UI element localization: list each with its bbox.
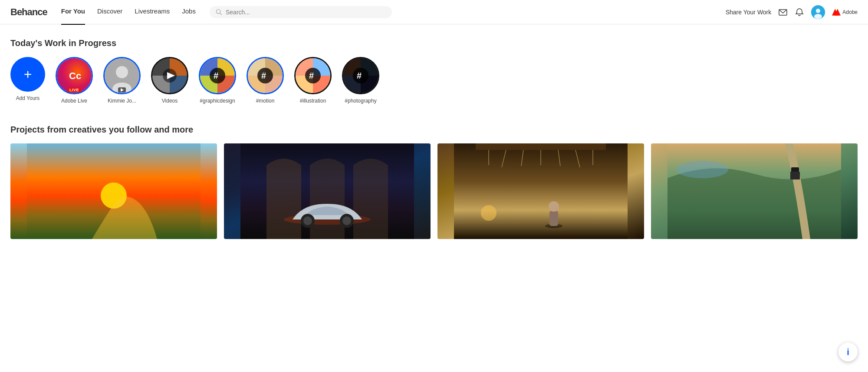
stories-row: + Add Yours Cc LIVE Adobe Live xyxy=(10,57,858,107)
live-badge: LIVE xyxy=(67,87,81,93)
nav-links: For You Discover Livestreams Jobs xyxy=(61,7,196,17)
illustration-wrap: # xyxy=(294,57,332,94)
graphicdesign-ring: # xyxy=(199,57,236,94)
svg-text:#: # xyxy=(357,71,362,80)
photography-collage: # xyxy=(343,58,378,93)
svg-point-55 xyxy=(303,216,312,225)
photography-circle: # xyxy=(343,58,378,93)
project-card-car[interactable] xyxy=(224,143,431,239)
search-icon xyxy=(216,9,222,16)
add-yours-circle-wrap: + xyxy=(10,57,45,92)
svg-point-4 xyxy=(816,9,820,13)
graphicdesign-label: #graphicdesign xyxy=(200,98,235,104)
svg-line-1 xyxy=(220,13,222,15)
illustration-label: #illustration xyxy=(300,98,326,104)
svg-point-67 xyxy=(481,205,496,221)
svg-point-74 xyxy=(676,161,728,178)
svg-rect-59 xyxy=(476,143,606,150)
project-image-road xyxy=(651,143,858,239)
project-card-sunset[interactable] xyxy=(10,143,217,239)
stories-section-title: Today's Work in Progress xyxy=(10,38,858,48)
svg-point-12 xyxy=(116,66,128,78)
project-image-car xyxy=(224,143,431,239)
svg-point-5 xyxy=(814,14,822,19)
navbar: Behance For You Discover Livestreams Job… xyxy=(0,0,868,24)
svg-rect-69 xyxy=(549,211,558,226)
nav-jobs[interactable]: Jobs xyxy=(182,7,196,17)
illustration-ring: # xyxy=(294,57,332,94)
adobe-live-wrap: Cc LIVE xyxy=(56,57,93,94)
kimmie-label: Kimmie Jo... xyxy=(108,98,136,104)
adobe-logo-icon xyxy=(832,9,841,16)
projects-grid xyxy=(10,143,858,239)
photography-ring: # xyxy=(342,57,379,94)
svg-point-70 xyxy=(549,201,559,212)
motion-circle: # xyxy=(248,58,283,93)
kimmie-wrap xyxy=(103,57,141,94)
navbar-right: Share Your Work Adobe xyxy=(726,5,858,19)
play-triangle-icon xyxy=(120,88,124,92)
illustration-circle: # xyxy=(296,58,330,93)
nav-discover[interactable]: Discover xyxy=(97,7,122,17)
photography-wrap: # xyxy=(342,57,379,94)
svg-marker-14 xyxy=(121,88,124,92)
story-adobe-live[interactable]: Cc LIVE Adobe Live xyxy=(56,57,93,104)
story-add-yours[interactable]: + Add Yours xyxy=(10,57,45,101)
sunset-artwork xyxy=(10,143,217,239)
project-image-sunset xyxy=(10,143,217,239)
projects-section-title: Projects from creatives you follow and m… xyxy=(10,125,858,135)
story-photography[interactable]: # #photography xyxy=(342,57,379,104)
videos-collage xyxy=(152,58,187,93)
adobe-live-label: Adobe Live xyxy=(61,98,87,104)
story-motion[interactable]: # #motion xyxy=(247,57,284,104)
add-yours-label: Add Yours xyxy=(16,95,40,101)
mail-icon[interactable] xyxy=(778,7,788,17)
svg-text:#: # xyxy=(309,71,314,80)
adobe-logo: Adobe xyxy=(832,9,858,16)
main-content: Today's Work in Progress + Add Yours Cc xyxy=(0,38,868,239)
search-bar[interactable] xyxy=(210,6,392,18)
project-image-interior xyxy=(437,143,644,239)
motion-ring: # xyxy=(247,57,284,94)
graphicdesign-wrap: # xyxy=(199,57,236,94)
interior-artwork xyxy=(437,143,644,239)
user-avatar[interactable] xyxy=(811,5,825,19)
nav-livestreams[interactable]: Livestreams xyxy=(135,7,170,17)
story-kimmie[interactable]: Kimmie Jo... xyxy=(103,57,141,104)
photography-label: #photography xyxy=(345,98,376,104)
svg-rect-73 xyxy=(790,172,800,179)
motion-label: #motion xyxy=(256,98,275,104)
videos-circle xyxy=(152,58,187,93)
adobe-cc-icon: Cc xyxy=(66,68,82,83)
story-illustration[interactable]: # #illustration xyxy=(294,57,332,104)
story-videos[interactable]: Videos xyxy=(151,57,188,104)
behance-logo: Behance xyxy=(10,7,47,18)
svg-text:Cc: Cc xyxy=(69,70,81,81)
road-artwork xyxy=(651,143,858,239)
add-yours-circle: + xyxy=(10,57,45,92)
share-your-work-button[interactable]: Share Your Work xyxy=(726,9,772,16)
svg-text:#: # xyxy=(214,71,218,80)
notification-bell-icon[interactable] xyxy=(795,7,804,17)
search-input[interactable] xyxy=(226,9,386,16)
videos-ring xyxy=(151,57,188,94)
videos-label: Videos xyxy=(162,98,178,104)
illustration-collage: # xyxy=(296,58,330,93)
plus-icon: + xyxy=(24,67,32,81)
car-artwork xyxy=(224,143,431,239)
motion-wrap: # xyxy=(247,57,284,94)
story-graphicdesign[interactable]: # #graphicdesign xyxy=(199,57,236,104)
project-card-interior[interactable] xyxy=(437,143,644,239)
project-card-road[interactable] xyxy=(651,143,858,239)
motion-collage: # xyxy=(248,58,283,93)
graphicdesign-circle: # xyxy=(200,58,235,93)
nav-for-you[interactable]: For You xyxy=(61,7,85,17)
video-play-icon xyxy=(118,87,126,93)
videos-wrap xyxy=(151,57,188,94)
svg-point-57 xyxy=(342,216,351,225)
adobe-label: Adobe xyxy=(842,9,858,15)
graphicdesign-collage: # xyxy=(200,58,235,93)
svg-text:#: # xyxy=(261,71,266,80)
